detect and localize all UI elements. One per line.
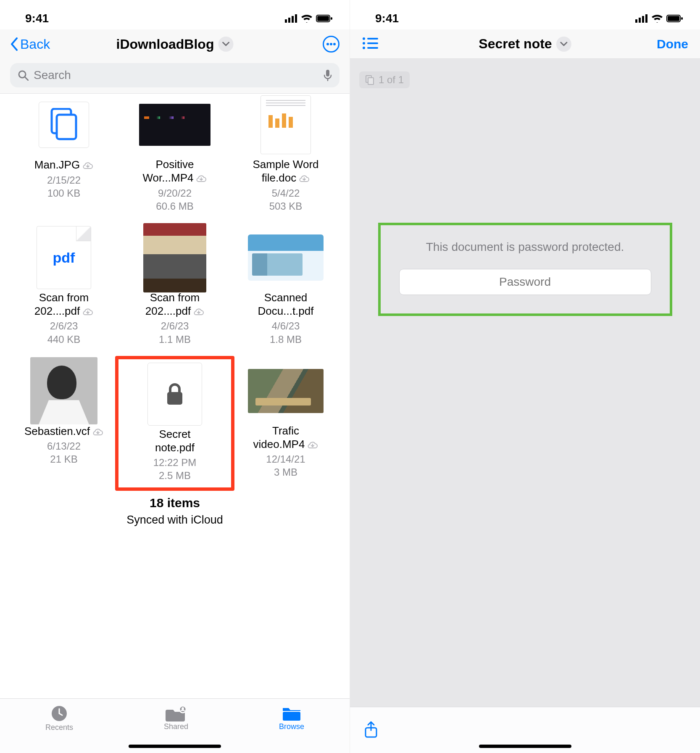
file-name: Sebastien.vcf xyxy=(24,424,90,438)
svg-point-7 xyxy=(326,43,329,45)
folder-title-text: iDownloadBlog xyxy=(116,37,214,52)
search-placeholder: Search xyxy=(34,68,318,82)
shared-folder-icon xyxy=(166,705,187,721)
password-input[interactable] xyxy=(399,269,651,295)
tab-recents[interactable]: Recents xyxy=(45,705,73,732)
file-date: 2/6/23 xyxy=(119,319,230,332)
wifi-icon xyxy=(651,14,663,23)
password-message: This document is password protected. xyxy=(396,240,655,254)
cloud-icon xyxy=(82,304,93,318)
done-button[interactable]: Done xyxy=(657,37,688,51)
cloud-icon xyxy=(193,304,204,318)
file-item[interactable]: Man.JPG 2/15/22100 KB xyxy=(8,96,119,213)
file-name: Docu...t.pdf xyxy=(258,304,314,318)
cloud-icon xyxy=(299,171,310,185)
file-item[interactable]: Scan from 202....pdf 2/6/231.1 MB xyxy=(119,229,230,346)
chevron-down-icon xyxy=(556,37,571,52)
svg-rect-6 xyxy=(331,17,332,20)
file-item[interactable]: Trafic video.MP4 12/14/213 MB xyxy=(230,363,341,486)
file-item[interactable]: Sebastien.vcf 6/13/2221 KB xyxy=(8,363,119,486)
file-date: 12:22 PM xyxy=(123,456,227,469)
file-size: 60.6 MB xyxy=(119,200,230,213)
svg-rect-19 xyxy=(283,712,300,721)
battery-icon xyxy=(666,14,683,23)
ellipsis-icon xyxy=(326,43,336,45)
share-icon xyxy=(363,720,379,739)
viewer-toolbar xyxy=(350,707,700,753)
file-item[interactable]: Positive Wor...MP4 9/20/2260.6 MB xyxy=(119,96,230,213)
svg-rect-23 xyxy=(645,14,647,23)
cloud-icon xyxy=(307,437,318,451)
home-indicator[interactable] xyxy=(479,745,571,748)
tab-label: Shared xyxy=(164,722,188,731)
folder-icon xyxy=(281,705,302,721)
svg-rect-30 xyxy=(367,42,378,44)
document-title-text: Secret note xyxy=(479,36,552,52)
file-size: 440 KB xyxy=(8,333,119,346)
file-size: 2.5 MB xyxy=(123,469,227,482)
status-time: 9:41 xyxy=(375,12,399,25)
file-name: Sample Word xyxy=(253,158,318,171)
tab-shared[interactable]: Shared xyxy=(164,705,188,731)
cloud-icon xyxy=(92,424,103,438)
highlight-box: Secret note.pdf 12:22 PM2.5 MB xyxy=(115,356,234,491)
back-label: Back xyxy=(20,37,50,52)
thumbnails-button[interactable] xyxy=(362,37,379,52)
file-name: Wor...MP4 xyxy=(143,171,194,185)
svg-rect-12 xyxy=(326,70,329,76)
file-name: Trafic xyxy=(272,424,299,437)
file-item[interactable]: Scanned Docu...t.pdf 4/6/231.8 MB xyxy=(230,229,341,346)
file-name: 202....pdf xyxy=(34,304,80,318)
svg-line-11 xyxy=(25,77,28,80)
svg-rect-14 xyxy=(57,115,76,139)
document-title[interactable]: Secret note xyxy=(479,36,571,52)
svg-rect-20 xyxy=(635,19,637,23)
home-indicator[interactable] xyxy=(129,745,221,748)
chevron-left-icon xyxy=(10,37,18,51)
search-icon xyxy=(18,70,29,81)
file-name: file.doc xyxy=(262,171,296,185)
cloud-icon xyxy=(196,171,207,185)
viewer-nav-bar: Secret note Done xyxy=(350,29,700,59)
page-indicator: 1 of 1 xyxy=(359,71,410,88)
svg-rect-3 xyxy=(295,14,297,23)
status-time: 9:41 xyxy=(25,12,49,25)
file-name: 202....pdf xyxy=(145,304,191,318)
svg-point-10 xyxy=(19,71,26,78)
more-button[interactable] xyxy=(323,36,339,53)
file-name: note.pdf xyxy=(155,441,195,455)
share-button[interactable] xyxy=(363,720,379,740)
sync-status: Synced with iCloud xyxy=(0,513,350,527)
grid-footer: 18 items Synced with iCloud xyxy=(0,486,350,527)
tab-bar: Recents Shared Browse xyxy=(0,698,350,753)
file-item[interactable]: Sample Word file.doc 5/4/22503 KB xyxy=(230,96,341,213)
file-date: 12/14/21 xyxy=(230,453,341,466)
video-thumb xyxy=(248,369,324,413)
search-field[interactable]: Search xyxy=(10,63,339,87)
chevron-down-icon xyxy=(218,37,233,52)
svg-rect-0 xyxy=(285,19,287,23)
lock-icon xyxy=(165,383,185,405)
svg-rect-22 xyxy=(642,16,644,23)
video-thumb xyxy=(139,104,211,146)
file-name: Scan from xyxy=(39,291,89,304)
svg-rect-26 xyxy=(681,17,683,20)
tab-browse[interactable]: Browse xyxy=(279,705,304,731)
cellular-icon xyxy=(285,14,297,23)
folder-title[interactable]: iDownloadBlog xyxy=(116,37,234,52)
status-icons xyxy=(285,14,333,23)
nav-bar: Back iDownloadBlog xyxy=(0,29,350,59)
svg-rect-28 xyxy=(367,38,378,39)
pages-stack-icon xyxy=(365,75,374,85)
svg-rect-25 xyxy=(668,16,679,21)
mic-icon[interactable] xyxy=(324,69,332,81)
file-item[interactable]: pdf Scan from 202....pdf 2/6/23440 KB xyxy=(8,229,119,346)
svg-rect-2 xyxy=(292,16,294,23)
svg-rect-5 xyxy=(317,16,329,21)
pdf-thumb: pdf xyxy=(37,226,91,289)
file-item-secret-note[interactable]: Secret note.pdf 12:22 PM2.5 MB xyxy=(119,363,230,486)
back-button[interactable]: Back xyxy=(10,37,50,52)
svg-rect-34 xyxy=(368,78,374,84)
card-thumb xyxy=(248,234,324,281)
cloud-icon xyxy=(82,158,93,172)
